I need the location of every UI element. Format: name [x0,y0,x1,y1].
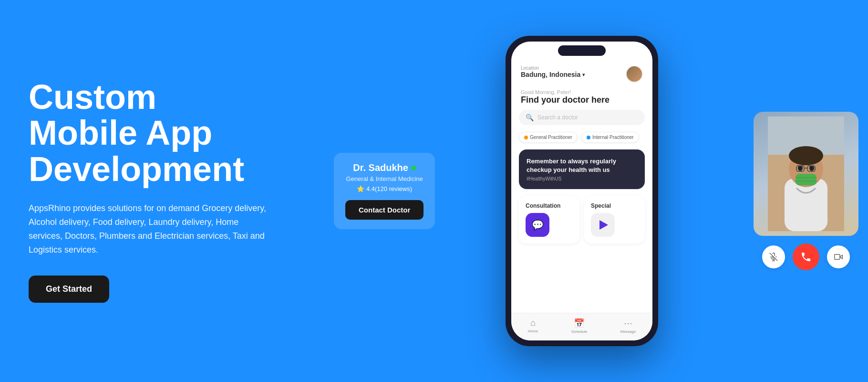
video-background [754,112,858,236]
nav-item-schedule[interactable]: 📅 Schedule [571,318,587,334]
phone-mockup: Location Badung, Indonesia ▾ Good Mornin… [506,36,658,346]
svg-marker-16 [840,255,842,259]
mute-button[interactable] [762,245,785,268]
phone-notch [558,45,606,56]
hero-description: AppsRhino provides solutions for on dema… [29,202,272,256]
avatar-image [627,66,642,82]
services-grid: Consultation 💬 Special [511,196,652,250]
online-indicator [411,166,416,170]
left-content: Custom Mobile App Development AppsRhino … [0,51,296,332]
consultation-card[interactable]: Consultation 💬 [519,196,579,244]
message-icon: ⋯ [624,318,632,329]
greeting-large: Find your doctor here [521,95,643,105]
special-title: Special [591,202,638,209]
doctor-rating: ⭐ 4.4(120 reviews) [345,185,424,192]
health-banner: Remember to always regularly checkup you… [519,149,645,189]
hangup-button[interactable] [793,244,819,270]
location-value: Badung, Indonesia ▾ [521,71,585,78]
video-toggle-button[interactable] [827,245,850,268]
contact-doctor-button[interactable]: Contact Doctor [345,200,424,220]
svg-rect-10 [796,174,816,185]
consultation-title: Consultation [526,202,573,209]
nav-message-label: Message [620,329,636,334]
greeting-section: Good Morning, Peter! Find your doctor he… [511,87,652,110]
category-chip-internal[interactable]: Internal Practitioner [581,132,639,143]
search-placeholder: Search a doctor [537,114,578,121]
doctor-illustration [768,117,844,231]
nav-home-label: Home [528,329,538,333]
location-section: Location Badung, Indonesia ▾ [521,65,585,78]
nav-schedule-label: Schedule [571,329,587,334]
general-practitioner-icon [524,136,528,139]
doctor-specialty: General & Internal Medicine [345,175,424,182]
banner-hashtag: #HealthyWithUS [527,176,637,181]
search-icon: 🔍 [526,114,534,121]
phone-inner: Location Badung, Indonesia ▾ Good Mornin… [511,42,652,340]
location-label: Location [521,65,585,71]
banner-title: Remember to always regularly checkup you… [527,157,637,174]
schedule-icon: 📅 [574,318,584,329]
doctor-video-frame [754,112,858,236]
phone-screen: Location Badung, Indonesia ▾ Good Mornin… [511,42,652,340]
special-icon [591,213,615,237]
home-icon: ⌂ [530,318,536,328]
svg-rect-17 [835,255,840,260]
search-bar[interactable]: 🔍 Search a doctor [519,110,645,125]
internal-practitioner-icon [587,136,590,139]
greeting-small: Good Morning, Peter! [521,89,643,95]
categories-row: General Practitioner Internal Practition… [511,132,652,149]
right-content: Dr. Sadukhe General & Internal Medicine … [296,0,868,382]
avatar [626,65,643,83]
nav-item-home[interactable]: ⌂ Home [528,318,538,334]
bottom-navigation: ⌂ Home 📅 Schedule ⋯ Message [511,313,652,340]
hero-title: Custom Mobile App Development [29,79,272,188]
get-started-button[interactable]: Get Started [29,276,109,303]
doctor-name: Dr. Sadukhe [345,162,424,173]
special-card[interactable]: Special [584,196,645,244]
consultation-icon: 💬 [526,213,549,237]
nav-item-message[interactable]: ⋯ Message [620,318,636,334]
svg-point-4 [789,146,823,165]
phone-header: Location Badung, Indonesia ▾ [511,61,652,87]
send-arrow-icon [599,220,608,230]
category-chip-general[interactable]: General Practitioner [519,132,578,143]
chevron-down-icon: ▾ [582,72,585,77]
doctor-info-card: Dr. Sadukhe General & Internal Medicine … [334,153,435,229]
video-call-card [754,112,858,270]
call-controls [754,244,858,270]
